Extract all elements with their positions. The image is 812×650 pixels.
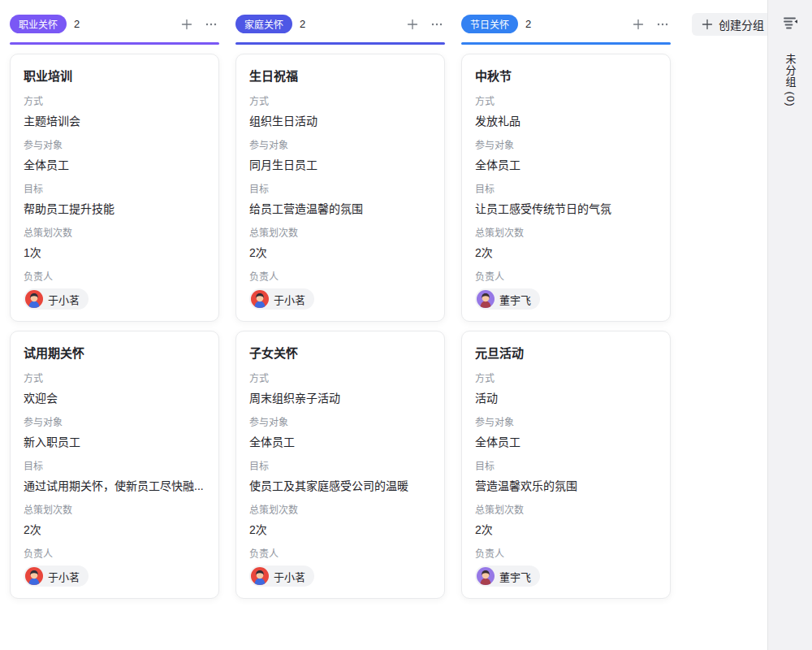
assignee-name: 于小茗 (48, 569, 80, 584)
group-more-button[interactable] (429, 16, 445, 32)
field-label-participants: 参与对象 (249, 417, 431, 429)
avatar (477, 567, 495, 585)
field-value-total-count: 2次 (24, 522, 205, 538)
field-label-total-count: 总策划次数 (249, 505, 431, 517)
field-value-participants: 全体员工 (475, 434, 657, 450)
field-value-method: 周末组织亲子活动 (249, 390, 431, 406)
plus-icon (702, 19, 713, 30)
assignee-name: 于小茗 (48, 292, 80, 307)
field-label-participants: 参与对象 (249, 140, 431, 152)
kanban-column-1: 职业关怀 2 职业培训 方式 主题培训会 参与对象 全体员工 目标 帮助员工提升… (10, 13, 219, 599)
record-card[interactable]: 职业培训 方式 主题培训会 参与对象 全体员工 目标 帮助员工提升技能 总策划次… (10, 54, 219, 322)
group-color-bar (461, 42, 671, 45)
field-label-participants: 参与对象 (475, 140, 657, 152)
group-tag[interactable]: 家庭关怀 (235, 15, 292, 33)
assignee-chip: 董宇飞 (475, 566, 540, 587)
field-value-total-count: 1次 (24, 245, 205, 261)
field-value-method: 发放礼品 (475, 113, 657, 129)
field-label-total-count: 总策划次数 (475, 228, 657, 240)
field-label-participants: 参与对象 (24, 417, 205, 429)
field-value-goal: 给员工营造温馨的氛围 (249, 201, 431, 217)
field-value-goal: 让员工感受传统节日的气氛 (475, 201, 657, 217)
assignee-chip: 于小茗 (249, 288, 314, 310)
collapse-panel-button[interactable] (777, 10, 803, 36)
field-label-owner: 负责人 (475, 271, 657, 284)
field-label-owner: 负责人 (24, 548, 205, 561)
field-value-method: 主题培训会 (24, 113, 205, 129)
group-count: 2 (74, 18, 80, 30)
field-label-total-count: 总策划次数 (249, 228, 431, 240)
field-value-goal: 帮助员工提升技能 (24, 201, 205, 217)
field-label-method: 方式 (475, 96, 657, 108)
record-card[interactable]: 中秋节 方式 发放礼品 参与对象 全体员工 目标 让员工感受传统节日的气氛 总策… (461, 54, 671, 322)
field-value-participants: 全体员工 (249, 434, 431, 450)
group-more-button[interactable] (203, 16, 219, 32)
field-label-owner: 负责人 (24, 271, 205, 284)
plus-icon (180, 18, 193, 31)
record-card[interactable]: 元旦活动 方式 活动 参与对象 全体员工 目标 营造温馨欢乐的氛围 总策划次数 … (461, 331, 671, 599)
add-record-button[interactable] (630, 16, 646, 32)
record-card[interactable]: 子女关怀 方式 周末组织亲子活动 参与对象 全体员工 目标 使员工及其家庭感受公… (235, 331, 445, 599)
field-label-method: 方式 (24, 373, 205, 385)
kanban-column-3: 节日关怀 2 中秋节 方式 发放礼品 参与对象 全体员工 目标 让员工感受传统节… (461, 13, 671, 599)
ellipsis-icon (430, 18, 443, 31)
group-tag[interactable]: 节日关怀 (461, 15, 518, 33)
field-label-goal: 目标 (24, 184, 205, 196)
field-value-method: 活动 (475, 390, 657, 406)
field-value-participants: 全体员工 (24, 157, 205, 173)
card-title: 子女关怀 (249, 344, 431, 362)
record-card[interactable]: 生日祝福 方式 组织生日活动 参与对象 同月生日员工 目标 给员工营造温馨的氛围… (235, 54, 445, 322)
field-value-total-count: 2次 (475, 245, 657, 261)
kanban-column-2: 家庭关怀 2 生日祝福 方式 组织生日活动 参与对象 同月生日员工 目标 给员工… (235, 13, 445, 599)
field-value-participants: 同月生日员工 (249, 157, 431, 173)
field-label-goal: 目标 (24, 461, 205, 473)
avatar (477, 290, 495, 308)
field-label-total-count: 总策划次数 (475, 505, 657, 517)
field-label-total-count: 总策划次数 (24, 505, 205, 517)
add-record-button[interactable] (404, 16, 421, 32)
group-header: 职业关怀 2 (10, 13, 219, 35)
assignee-chip: 于小茗 (24, 566, 89, 587)
group-color-bar (10, 42, 219, 45)
card-title: 生日祝福 (249, 67, 431, 85)
field-label-total-count: 总策划次数 (24, 228, 205, 240)
field-label-owner: 负责人 (475, 548, 657, 561)
field-value-total-count: 2次 (249, 522, 431, 538)
field-label-method: 方式 (475, 373, 657, 385)
field-value-method: 组织生日活动 (249, 113, 431, 129)
field-value-method: 欢迎会 (24, 390, 205, 406)
avatar (251, 567, 269, 585)
group-count: 2 (300, 18, 305, 30)
avatar (251, 290, 269, 308)
group-more-button[interactable] (654, 16, 671, 32)
assignee-name: 于小茗 (274, 292, 305, 307)
field-label-goal: 目标 (249, 461, 431, 473)
field-label-owner: 负责人 (249, 548, 431, 561)
create-group-button[interactable]: 创建分组 (692, 13, 774, 36)
group-tag[interactable]: 职业关怀 (10, 15, 67, 33)
plus-icon (632, 18, 645, 31)
plus-icon (406, 18, 419, 31)
field-label-method: 方式 (249, 373, 431, 385)
card-title: 元旦活动 (475, 344, 657, 362)
field-value-participants: 全体员工 (475, 157, 657, 173)
field-label-method: 方式 (24, 96, 205, 108)
card-title: 试用期关怀 (24, 344, 205, 362)
assignee-name: 于小茗 (274, 569, 305, 584)
field-label-participants: 参与对象 (475, 417, 657, 429)
ellipsis-icon (656, 18, 669, 31)
field-label-goal: 目标 (475, 461, 657, 473)
record-card[interactable]: 试用期关怀 方式 欢迎会 参与对象 新入职员工 目标 通过试用期关怀，使新员工尽… (10, 331, 219, 599)
field-value-goal: 营造温馨欢乐的氛围 (475, 478, 657, 494)
ungrouped-panel-label[interactable]: 未分组 (0) (783, 54, 798, 107)
avatar (25, 290, 43, 308)
create-group-label: 创建分组 (719, 16, 764, 32)
kanban-board: 职业关怀 2 职业培训 方式 主题培训会 参与对象 全体员工 目标 帮助员工提升… (0, 0, 812, 599)
ellipsis-icon (205, 18, 218, 31)
group-header: 家庭关怀 2 (235, 13, 445, 35)
assignee-chip: 于小茗 (249, 566, 314, 587)
assignee-chip: 于小茗 (24, 288, 89, 310)
group-header: 节日关怀 2 (461, 13, 671, 35)
group-color-bar (235, 42, 445, 45)
add-record-button[interactable] (179, 16, 195, 32)
